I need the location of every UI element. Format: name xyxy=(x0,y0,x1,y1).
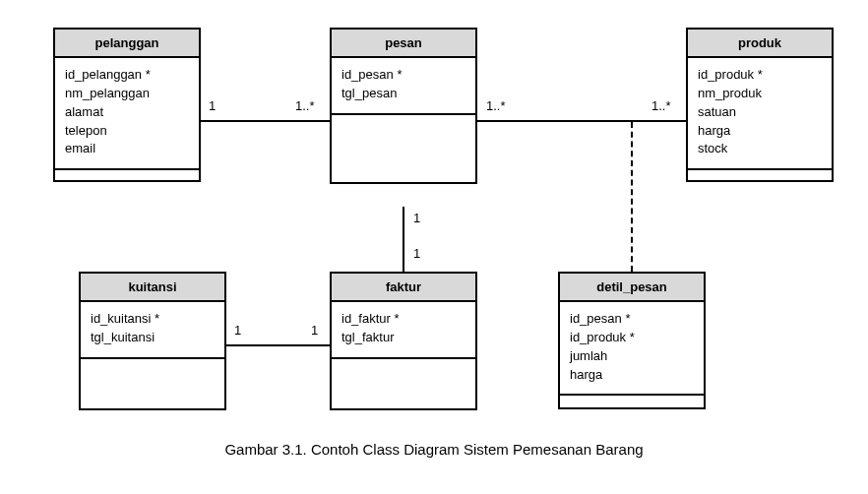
mult-pesan-faktur-bottom: 1 xyxy=(413,246,420,261)
attr: nm_pelanggan xyxy=(65,85,189,103)
class-pelanggan-title: pelanggan xyxy=(55,30,199,58)
class-pesan-ops xyxy=(332,115,475,182)
class-detil-pesan-attrs: id_pesan * id_produk * jumlah harga xyxy=(560,302,704,396)
attr: jumlah xyxy=(570,347,694,366)
assoc-class-link xyxy=(631,122,633,272)
attr: harga xyxy=(698,122,822,141)
mult-pesan-faktur-top: 1 xyxy=(413,211,420,225)
attr: telepon xyxy=(65,122,189,141)
assoc-pesan-produk xyxy=(477,120,686,122)
class-faktur: faktur id_faktur * tgl_faktur xyxy=(330,272,477,410)
attr: stock xyxy=(698,140,822,158)
attr: email xyxy=(65,140,189,158)
class-faktur-attrs: id_faktur * tgl_faktur xyxy=(332,302,475,359)
class-produk-title: produk xyxy=(688,30,832,58)
attr: id_produk * xyxy=(570,329,694,347)
class-pesan-title: pesan xyxy=(332,30,475,58)
attr: satuan xyxy=(698,103,822,122)
mult-pelanggan-pesan-right: 1..* xyxy=(295,98,315,113)
assoc-pesan-faktur xyxy=(403,207,404,272)
diagram-canvas: pelanggan id_pelanggan * nm_pelanggan al… xyxy=(0,0,868,494)
class-kuitansi-ops xyxy=(81,359,224,408)
mult-pesan-produk-right: 1..* xyxy=(651,98,671,113)
attr: id_pelanggan * xyxy=(65,66,189,85)
class-pelanggan-attrs: id_pelanggan * nm_pelanggan alamat telep… xyxy=(55,58,199,170)
class-pelanggan: pelanggan id_pelanggan * nm_pelanggan al… xyxy=(53,28,201,182)
attr: harga xyxy=(570,366,694,385)
class-produk: produk id_produk * nm_produk satuan harg… xyxy=(686,28,834,182)
class-produk-ops xyxy=(688,170,832,180)
class-detil-pesan-ops xyxy=(560,396,704,407)
mult-kuitansi-faktur-right: 1 xyxy=(311,323,318,338)
class-kuitansi-attrs: id_kuitansi * tgl_kuitansi xyxy=(81,302,224,359)
attr: tgl_kuitansi xyxy=(91,329,215,347)
class-pesan: pesan id_pesan * tgl_pesan xyxy=(330,28,477,184)
attr: id_faktur * xyxy=(341,310,465,329)
attr: id_pesan * xyxy=(341,66,465,85)
mult-kuitansi-faktur-left: 1 xyxy=(234,323,241,338)
class-detil-pesan-title: detil_pesan xyxy=(560,274,704,302)
attr: tgl_pesan xyxy=(341,85,465,103)
mult-pelanggan-pesan-left: 1 xyxy=(209,98,216,113)
attr: alamat xyxy=(65,103,189,122)
attr: nm_produk xyxy=(698,85,822,103)
attr: id_produk * xyxy=(698,66,822,85)
class-pelanggan-ops xyxy=(55,170,199,180)
attr: tgl_faktur xyxy=(341,329,465,347)
class-kuitansi-title: kuitansi xyxy=(81,274,224,302)
class-kuitansi: kuitansi id_kuitansi * tgl_kuitansi xyxy=(79,272,226,410)
class-pesan-attrs: id_pesan * tgl_pesan xyxy=(332,58,475,115)
class-produk-attrs: id_produk * nm_produk satuan harga stock xyxy=(688,58,832,170)
class-faktur-title: faktur xyxy=(332,274,475,302)
attr: id_kuitansi * xyxy=(91,310,215,329)
assoc-kuitansi-faktur xyxy=(226,344,330,346)
mult-pesan-produk-left: 1..* xyxy=(486,98,506,113)
class-faktur-ops xyxy=(332,359,475,408)
class-detil-pesan: detil_pesan id_pesan * id_produk * jumla… xyxy=(558,272,706,409)
assoc-pelanggan-pesan xyxy=(201,120,330,122)
attr: id_pesan * xyxy=(570,310,694,329)
diagram-caption: Gambar 3.1. Contoh Class Diagram Sistem … xyxy=(0,441,868,458)
